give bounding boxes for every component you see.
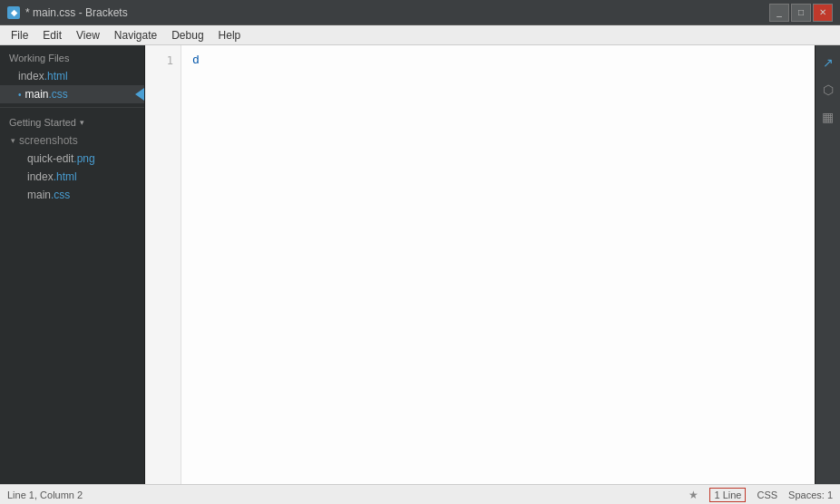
active-arrow-indicator — [135, 88, 144, 101]
line-count: 1 Line — [709, 488, 746, 502]
window-controls: _ □ ✕ — [769, 4, 833, 22]
working-files-label: Working Files — [0, 45, 144, 67]
sidebar-separator-1 — [0, 107, 144, 108]
spaces-indicator[interactable]: Spaces: 1 — [788, 489, 833, 500]
line-number-1: 1 — [145, 53, 181, 69]
main-css-name: main.css — [25, 88, 68, 101]
minimize-button[interactable]: _ — [769, 4, 789, 22]
sidebar-item-quick-edit-png[interactable]: quick-edit.png — [0, 150, 144, 168]
getting-started-label: Getting Started — [9, 117, 76, 128]
sidebar-item-getting-started-index-html[interactable]: index.html — [0, 168, 144, 186]
status-right: ★ 1 Line CSS Spaces: 1 — [689, 488, 833, 502]
sidebar-item-index-html[interactable]: index.html — [0, 67, 144, 85]
gs-index-html-ext: .html — [54, 170, 77, 183]
quick-edit-name: quick-edit.png — [27, 152, 95, 165]
folder-triangle-icon: ▾ — [11, 136, 15, 145]
gs-main-css-ext: .css — [51, 189, 70, 201]
menu-navigate[interactable]: Navigate — [107, 27, 164, 44]
menu-file[interactable]: File — [4, 27, 35, 44]
main-content: Working Files index.html • main.css Gett… — [0, 45, 840, 484]
app-icon: ◆ — [7, 6, 20, 19]
cursor-position: Line 1, Column 2 — [7, 489, 83, 500]
title-bar: ◆ * main.css - Brackets _ □ ✕ — [0, 0, 840, 25]
language-indicator[interactable]: CSS — [757, 489, 777, 500]
index-html-ext: .html — [44, 70, 68, 82]
menu-edit[interactable]: Edit — [35, 27, 69, 44]
getting-started-row[interactable]: Getting Started ▾ — [0, 111, 144, 131]
maximize-button[interactable]: □ — [791, 4, 811, 22]
theme-icon[interactable]: ▦ — [818, 107, 838, 127]
live-preview-icon[interactable]: ↗ — [818, 53, 838, 73]
folder-name: screenshots — [19, 134, 78, 147]
window-title: * main.css - Brackets — [25, 6, 128, 19]
code-editor[interactable]: d — [181, 45, 815, 484]
extension-manager-icon[interactable]: ⬡ — [818, 80, 838, 100]
title-bar-left: ◆ * main.css - Brackets — [7, 6, 128, 19]
status-left: Line 1, Column 2 — [7, 489, 83, 500]
line-numbers: 1 — [145, 45, 181, 484]
index-html-name: index.html — [18, 70, 68, 82]
editor-content[interactable]: 1 d — [145, 45, 815, 484]
menu-debug[interactable]: Debug — [164, 27, 210, 44]
code-line-1: d — [192, 53, 815, 69]
menu-bar: File Edit View Navigate Debug Help — [0, 25, 840, 45]
star-icon[interactable]: ★ — [689, 489, 698, 501]
gs-index-html-name: index.html — [27, 170, 77, 183]
status-bar: Line 1, Column 2 ★ 1 Line CSS Spaces: 1 — [0, 484, 840, 504]
sidebar: Working Files index.html • main.css Gett… — [0, 45, 145, 484]
modified-dot: • — [18, 90, 22, 100]
sidebar-item-getting-started-main-css[interactable]: main.css — [0, 186, 144, 204]
gs-main-css-name: main.css — [27, 189, 70, 201]
getting-started-triangle: ▾ — [80, 118, 84, 127]
quick-edit-ext: .png — [73, 152, 94, 165]
menu-help[interactable]: Help — [211, 27, 249, 44]
right-panel: ↗ ⬡ ▦ — [815, 45, 840, 484]
code-text-d: d — [192, 53, 200, 67]
editor-area: 1 d — [145, 45, 815, 484]
menu-view[interactable]: View — [69, 27, 107, 44]
sidebar-item-main-css[interactable]: • main.css — [0, 85, 144, 103]
close-button[interactable]: ✕ — [813, 4, 833, 22]
sidebar-folder-screenshots[interactable]: ▾ screenshots — [0, 131, 144, 150]
main-css-ext: .css — [49, 88, 68, 101]
